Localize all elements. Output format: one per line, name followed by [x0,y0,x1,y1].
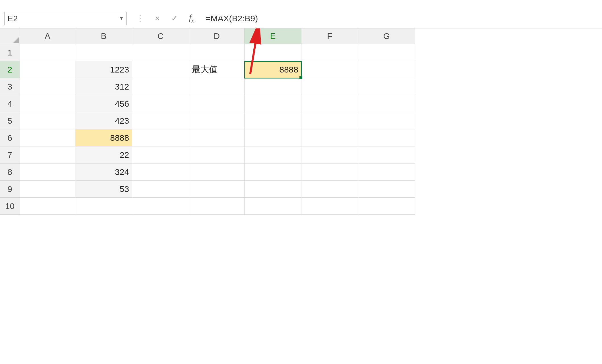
cell-E5[interactable] [245,112,301,129]
row-header-5[interactable]: 5 [0,112,20,129]
cell-E1[interactable] [245,44,301,61]
cell-D2[interactable]: 最大值 [189,61,245,78]
cell-E3[interactable] [245,78,301,95]
col-header-C[interactable]: C [132,28,189,44]
cell-C2[interactable] [132,61,189,78]
cell-D1[interactable] [189,44,245,61]
col-header-E[interactable]: E [245,28,301,44]
row-headers: 12345678910 [0,44,20,215]
row-header-1[interactable]: 1 [0,44,20,61]
cell-E9[interactable] [245,181,301,198]
cell-F7[interactable] [301,146,358,164]
cell-D4[interactable] [189,95,245,112]
row-header-4[interactable]: 4 [0,95,20,112]
cell-G8[interactable] [358,164,415,181]
cell-C7[interactable] [132,146,189,164]
formula-bar: E2 ▼ ⋮ × ✓ fx =MAX(B2:B9) [0,9,602,28]
cell-E2[interactable]: 8888 [245,61,301,78]
cell-D9[interactable] [189,181,245,198]
cell-A8[interactable] [20,164,75,181]
cell-G1[interactable] [358,44,415,61]
cell-B2[interactable]: 1223 [75,61,132,78]
cell-D8[interactable] [189,164,245,181]
row-header-8[interactable]: 8 [0,164,20,181]
cell-A4[interactable] [20,95,75,112]
col-header-G[interactable]: G [358,28,415,44]
fx-icon[interactable]: fx [183,12,200,25]
row-header-6[interactable]: 6 [0,129,20,146]
dropdown-icon[interactable]: ▼ [119,15,124,21]
cell-D6[interactable] [189,129,245,146]
cell-B3[interactable]: 312 [75,78,132,95]
cell-E7[interactable] [245,146,301,164]
cell-B5[interactable]: 423 [75,112,132,129]
cell-A3[interactable] [20,78,75,95]
fill-handle[interactable] [299,76,302,79]
cell-A1[interactable] [20,44,75,61]
cell-B9[interactable]: 53 [75,181,132,198]
cell-F6[interactable] [301,129,358,146]
cell-C6[interactable] [132,129,189,146]
cell-G7[interactable] [358,146,415,164]
cell-A10[interactable] [20,198,75,215]
col-header-D[interactable]: D [189,28,245,44]
cell-C4[interactable] [132,95,189,112]
cell-A7[interactable] [20,146,75,164]
cell-D7[interactable] [189,146,245,164]
cell-G2[interactable] [358,61,415,78]
cell-F2[interactable] [301,61,358,78]
cell-C5[interactable] [132,112,189,129]
cell-G4[interactable] [358,95,415,112]
row-header-9[interactable]: 9 [0,181,20,198]
cell-F3[interactable] [301,78,358,95]
cell-F5[interactable] [301,112,358,129]
col-header-F[interactable]: F [301,28,358,44]
row-header-10[interactable]: 10 [0,198,20,215]
cell-D10[interactable] [189,198,245,215]
cell-G6[interactable] [358,129,415,146]
cancel-icon[interactable]: × [149,12,166,25]
cell-C9[interactable] [132,181,189,198]
cell-F4[interactable] [301,95,358,112]
cell-B1[interactable] [75,44,132,61]
cell-A2[interactable] [20,61,75,78]
cell-E10[interactable] [245,198,301,215]
cell-F9[interactable] [301,181,358,198]
cell-G9[interactable] [358,181,415,198]
cell-E8[interactable] [245,164,301,181]
cell-C1[interactable] [132,44,189,61]
cell-A5[interactable] [20,112,75,129]
cell-B7[interactable]: 22 [75,146,132,164]
cell-C10[interactable] [132,198,189,215]
cell-C3[interactable] [132,78,189,95]
cell-C8[interactable] [132,164,189,181]
expand-icon[interactable]: ⋮ [132,12,149,25]
formula-input[interactable]: =MAX(B2:B9) [200,12,598,25]
enter-icon[interactable]: ✓ [166,12,183,25]
cell-F1[interactable] [301,44,358,61]
cell-D5[interactable] [189,112,245,129]
select-all-corner[interactable] [0,28,20,44]
col-header-A[interactable]: A [20,28,75,44]
col-header-B[interactable]: B [75,28,132,44]
cell-B10[interactable] [75,198,132,215]
cell-A9[interactable] [20,181,75,198]
cell-G10[interactable] [358,198,415,215]
cell-G5[interactable] [358,112,415,129]
cell-B4[interactable]: 456 [75,95,132,112]
cell-D3[interactable] [189,78,245,95]
cell-G3[interactable] [358,78,415,95]
row-header-3[interactable]: 3 [0,78,20,95]
cell-F8[interactable] [301,164,358,181]
cell-E4[interactable] [245,95,301,112]
svg-marker-0 [13,37,19,43]
name-box[interactable]: E2 ▼ [4,12,127,25]
row-header-2[interactable]: 2 [0,61,20,78]
cell-B8[interactable]: 324 [75,164,132,181]
cells-area[interactable]: 1223最大值888831245642388882232453 [20,44,415,215]
cell-F10[interactable] [301,198,358,215]
cell-E6[interactable] [245,129,301,146]
row-header-7[interactable]: 7 [0,146,20,164]
cell-B6[interactable]: 8888 [75,129,132,146]
cell-A6[interactable] [20,129,75,146]
